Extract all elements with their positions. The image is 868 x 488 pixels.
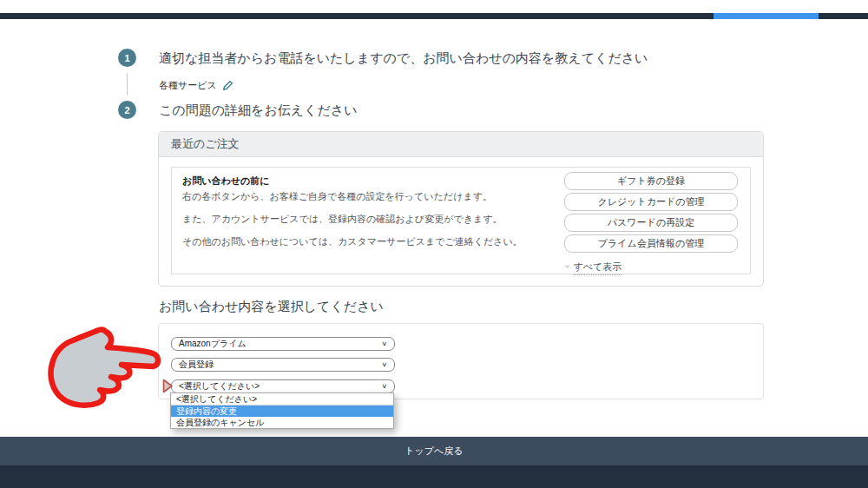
step-connector-line xyxy=(127,73,128,96)
prime-membership-manage-button[interactable]: プライム会員情報の管理 xyxy=(564,234,738,253)
edit-pencil-icon[interactable] xyxy=(222,80,233,91)
topic-select-level3-dropdown: <選択してください> 登録内容の変更 会員登録のキャンセル xyxy=(170,392,394,429)
step-1-number: 1 xyxy=(124,53,129,63)
step-2-badge: 2 xyxy=(118,101,136,119)
pointing-hand-annotation xyxy=(42,322,163,412)
topic-select-level3-value: <選択してください> xyxy=(179,380,381,392)
progress-indicator xyxy=(713,13,819,19)
chevron-down-icon: ⌄ xyxy=(564,260,571,270)
info-line: 右の各ボタンから、お客様ご自身で各種の設定を行っていただけます。 xyxy=(182,190,556,203)
credit-card-manage-button[interactable]: クレジットカードの管理 xyxy=(564,193,738,211)
topic-select-level3[interactable]: <選択してください> ∨ xyxy=(171,379,395,393)
chevron-down-icon: ∨ xyxy=(381,361,387,368)
top-progress-bar xyxy=(0,13,868,19)
topic-select-level2-value: 会員登録 xyxy=(179,359,381,371)
step-1-selection-label: 各種サービス xyxy=(159,79,217,92)
self-service-buttons: ギフト券の登録 クレジットカードの管理 パスワードの再設定 プライム会員情報の管… xyxy=(564,172,738,275)
back-to-top-bar[interactable]: トップへ戻る xyxy=(0,437,868,465)
recent-orders-header: 最近のご注文 xyxy=(159,132,763,157)
chevron-down-icon: ∨ xyxy=(381,383,387,390)
gift-card-register-button[interactable]: ギフト券の登録 xyxy=(564,172,738,190)
step-2-title: この問題の詳細をお伝えください xyxy=(159,102,358,119)
contact-topic-panel: Amazonプライム ∨ 会員登録 ∨ <選択してください> ∨ xyxy=(158,323,764,399)
footer-bar xyxy=(0,465,868,488)
step-1-selection[interactable]: 各種サービス xyxy=(159,79,233,92)
topic-select-level1[interactable]: Amazonプライム ∨ xyxy=(171,337,395,351)
info-line: その他のお問い合わせについては、カスタマーサービスまでご連絡ください。 xyxy=(182,235,556,248)
dropdown-option[interactable]: <選択してください> xyxy=(171,393,393,406)
info-title: お問い合わせの前に xyxy=(182,175,556,188)
chevron-down-icon: ∨ xyxy=(381,340,387,347)
step-2-number: 2 xyxy=(124,105,129,115)
step-1-title: 適切な担当者からお電話をいたしますので、お問い合わせの内容を教えてください xyxy=(159,50,648,67)
contact-topic-title: お問い合わせ内容を選択してください xyxy=(159,299,384,315)
back-to-top-label: トップへ戻る xyxy=(404,445,463,458)
dropdown-option-highlighted[interactable]: 登録内容の変更 xyxy=(171,406,393,417)
self-service-box: お問い合わせの前に 右の各ボタンから、お客様ご自身で各種の設定を行っていただけま… xyxy=(171,167,751,274)
topic-select-level1-value: Amazonプライム xyxy=(179,338,381,350)
info-line: また、アカウントサービスでは、登録内容の確認および変更ができます。 xyxy=(182,213,556,226)
page: 1 適切な担当者からお電話をいたしますので、お問い合わせの内容を教えてください … xyxy=(0,0,868,488)
step-1-badge: 1 xyxy=(118,49,136,67)
recent-orders-panel: 最近のご注文 お問い合わせの前に 右の各ボタンから、お客様ご自身で各種の設定を行… xyxy=(158,131,764,287)
topic-select-level2[interactable]: 会員登録 ∨ xyxy=(171,358,395,372)
before-contact-info: お問い合わせの前に 右の各ボタンから、お客様ご自身で各種の設定を行っていただけま… xyxy=(182,175,556,258)
password-reset-button[interactable]: パスワードの再設定 xyxy=(564,214,738,232)
dropdown-option[interactable]: 会員登録のキャンセル xyxy=(171,417,393,428)
show-all-link[interactable]: ⌄ すべて表示 xyxy=(564,260,621,275)
show-all-label: すべて表示 xyxy=(574,260,622,275)
